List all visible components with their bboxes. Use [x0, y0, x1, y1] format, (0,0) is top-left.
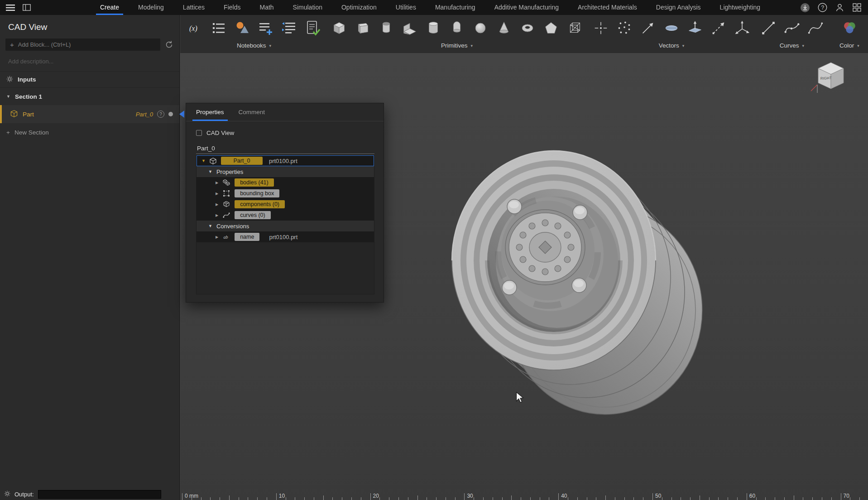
- primitive-wedge-icon[interactable]: [400, 19, 419, 38]
- section-1-header[interactable]: ▼ Section 1: [0, 88, 179, 105]
- root-part-pill[interactable]: Part_0: [221, 157, 263, 165]
- menu-tab-manufacturing[interactable]: Manufacturing: [426, 0, 485, 15]
- primitive-lattice-cube-icon[interactable]: [565, 19, 584, 38]
- ruler-tick: [859, 497, 860, 500]
- block-status-icon[interactable]: [168, 112, 173, 116]
- ruler-tick: [436, 497, 436, 500]
- refresh-icon[interactable]: [165, 40, 174, 49]
- bullet-list-icon[interactable]: [209, 19, 228, 38]
- triangle-collapsed-icon[interactable]: ▶: [216, 213, 218, 217]
- fit-curve-icon[interactable]: [782, 19, 801, 38]
- triangle-expanded-icon[interactable]: ▼: [208, 169, 212, 174]
- triangle-collapsed-icon[interactable]: ▶: [216, 192, 218, 196]
- ruler-tick: [267, 497, 267, 500]
- add-description-placeholder[interactable]: Add description...: [0, 51, 179, 72]
- triangle-expanded-icon[interactable]: ▼: [201, 159, 206, 163]
- menu-tab-simulation[interactable]: Simulation: [283, 0, 332, 15]
- tree-item-pill[interactable]: name: [235, 233, 259, 241]
- plane-normal-icon[interactable]: [686, 19, 705, 38]
- notebook-check-icon[interactable]: [303, 19, 322, 38]
- tree-group-properties[interactable]: ▼Properties: [197, 166, 374, 177]
- vector-icon[interactable]: [638, 19, 657, 38]
- download-icon[interactable]: [800, 3, 810, 13]
- point-cloud-icon[interactable]: [615, 19, 634, 38]
- menu-tab-additive-manufacturing[interactable]: Additive Manufacturing: [485, 0, 568, 15]
- primitive-directional-box-icon[interactable]: [353, 19, 372, 38]
- tree-item-bounding-box[interactable]: ▶bounding box: [197, 188, 374, 199]
- menu-tab-optimization[interactable]: Optimization: [332, 0, 386, 15]
- hamburger-menu-icon[interactable]: [5, 2, 16, 14]
- triangle-collapsed-icon[interactable]: ▶: [216, 235, 218, 239]
- split-panel-icon[interactable]: [21, 2, 33, 14]
- menu-tab-design-analysis[interactable]: Design Analysis: [647, 0, 710, 15]
- color-rgb-icon[interactable]: [840, 19, 859, 38]
- point-icon[interactable]: [591, 19, 610, 38]
- ruler-tick: [427, 497, 427, 500]
- tree-root-row[interactable]: ▼ Part_0 prt0100.prt: [197, 155, 374, 166]
- notebooks-dropdown[interactable]: Notebooks▾: [234, 41, 274, 50]
- tree-group-label: Conversions: [216, 223, 249, 230]
- frame-axes-icon[interactable]: [733, 19, 752, 38]
- menu-tab-lightweighting[interactable]: Lightweighting: [710, 0, 770, 15]
- list-reorder-icon[interactable]: [280, 19, 299, 38]
- tree-group-conversions[interactable]: ▼Conversions: [197, 221, 374, 231]
- block-help-icon[interactable]: ?: [157, 111, 164, 118]
- menu-tab-lattices[interactable]: Lattices: [173, 0, 214, 15]
- tree-item-pill[interactable]: bounding box: [235, 189, 279, 197]
- apps-grid-icon[interactable]: [852, 3, 862, 13]
- tree-item-pill[interactable]: bodies (41): [235, 178, 274, 187]
- primitives-dropdown[interactable]: Primitives▾: [438, 41, 475, 50]
- add-block-input[interactable]: + Add Block... (Ctrl+L): [5, 38, 160, 51]
- tree-item-curves-0[interactable]: ▶curves (0): [197, 210, 374, 221]
- function-icon[interactable]: (x): [186, 19, 205, 38]
- view-cube-face-label: RIGHT: [820, 76, 832, 81]
- user-icon[interactable]: [834, 3, 844, 13]
- cad-view-checkbox[interactable]: [196, 130, 202, 136]
- triangle-collapsed-icon[interactable]: ▶: [216, 202, 218, 207]
- curves-dropdown[interactable]: Curves▾: [777, 41, 807, 50]
- triangle-expanded-icon[interactable]: ▼: [208, 224, 212, 228]
- tab-properties[interactable]: Properties: [189, 103, 231, 121]
- new-section-button[interactable]: + New Section: [0, 123, 179, 141]
- tree-item-name[interactable]: ▶abnameprt0100.prt: [197, 231, 374, 242]
- tab-comment[interactable]: Comment: [231, 103, 273, 121]
- spline-icon[interactable]: [806, 19, 825, 38]
- primitive-torus-icon[interactable]: [518, 19, 537, 38]
- tree-item-pill[interactable]: curves (0): [235, 211, 271, 219]
- help-icon[interactable]: ?: [817, 3, 827, 13]
- tree-item-pill[interactable]: components (0): [235, 200, 285, 208]
- plane-icon[interactable]: [662, 19, 681, 38]
- ruler-tick: [370, 493, 371, 500]
- bounding-box-icon: [222, 190, 230, 197]
- triangle-collapsed-icon[interactable]: ▶: [216, 181, 218, 185]
- primitive-polygon-icon[interactable]: [542, 19, 561, 38]
- menu-tab-modeling[interactable]: Modeling: [129, 0, 173, 15]
- primitive-sphere-icon[interactable]: [471, 19, 490, 38]
- tree-item-bodies-41[interactable]: ▶bodies (41): [197, 177, 374, 188]
- primitive-cylinder-icon[interactable]: [424, 19, 443, 38]
- primitive-shell-icon[interactable]: [377, 19, 396, 38]
- ruler-tick: [276, 493, 277, 500]
- triangle-expanded-icon[interactable]: ▼: [6, 94, 10, 99]
- menu-tab-architected-materials[interactable]: Architected Materials: [568, 0, 647, 15]
- menu-tab-create[interactable]: Create: [91, 0, 129, 15]
- dashed-vector-icon[interactable]: [709, 19, 728, 38]
- scene-shapes-icon[interactable]: [233, 19, 252, 38]
- menu-tab-math[interactable]: Math: [250, 0, 283, 15]
- part-block-item[interactable]: Part Part_0 ?: [0, 105, 179, 123]
- primitive-capsule-icon[interactable]: [447, 19, 466, 38]
- primitive-box-icon[interactable]: [330, 19, 349, 38]
- output-field[interactable]: [38, 490, 161, 499]
- line-segment-icon[interactable]: [759, 19, 778, 38]
- view-cube[interactable]: RIGHT: [808, 57, 850, 98]
- name-icon: ab: [222, 233, 230, 240]
- list-add-icon[interactable]: [256, 19, 275, 38]
- menu-tab-fields[interactable]: Fields: [214, 0, 250, 15]
- vectors-dropdown[interactable]: Vectors▾: [656, 41, 687, 50]
- part-name-input[interactable]: [196, 143, 374, 154]
- primitive-cone-icon[interactable]: [494, 19, 513, 38]
- color-dropdown[interactable]: Color▾: [837, 41, 862, 50]
- menu-tab-utilities[interactable]: Utilities: [386, 0, 426, 15]
- inputs-section-header[interactable]: Inputs: [0, 72, 179, 88]
- tree-item-components-0[interactable]: ▶components (0): [197, 199, 374, 210]
